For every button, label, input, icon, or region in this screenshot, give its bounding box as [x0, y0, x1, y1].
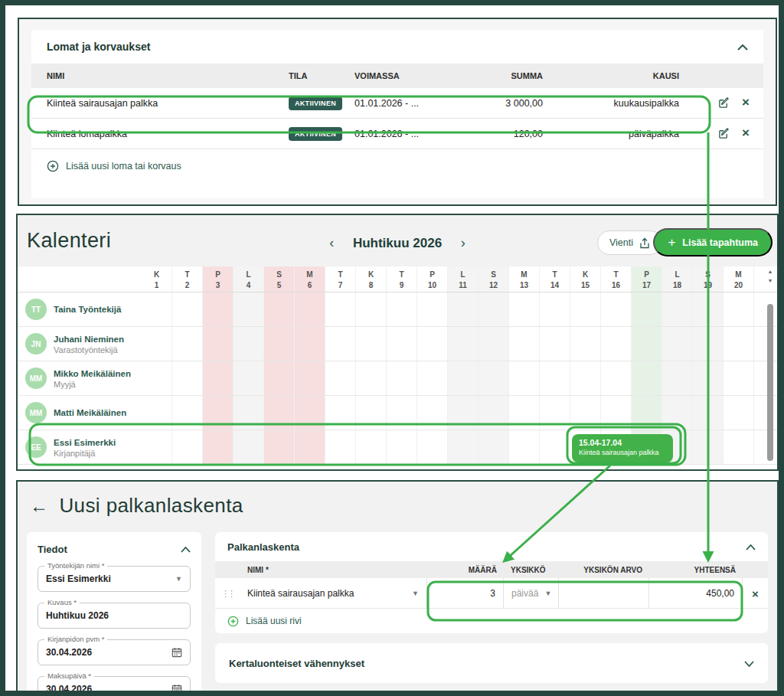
calendar-event-badge[interactable]: 15.04-17.04 Kiinteä sairausajan palkka — [572, 434, 673, 462]
day-cell[interactable] — [142, 396, 172, 430]
unit-select[interactable]: päivää ▼ — [503, 578, 558, 609]
day-header-cell[interactable]: S12 — [479, 266, 509, 292]
day-cell[interactable] — [325, 396, 356, 430]
edit-icon[interactable] — [718, 97, 730, 111]
day-cell[interactable] — [142, 292, 172, 326]
day-cell[interactable] — [203, 430, 234, 464]
table-row[interactable]: Kiinteä lomapalkkaAKTIIVINEN01.01.2026 -… — [31, 119, 763, 149]
employee-name-cell[interactable]: MMMikko MeikäläinenMyyjä — [18, 361, 142, 395]
day-cell[interactable] — [356, 430, 387, 464]
collapse-chevron-up-icon[interactable] — [746, 540, 756, 554]
day-cell[interactable] — [387, 396, 417, 430]
day-cell[interactable] — [142, 327, 172, 361]
day-cell[interactable] — [570, 327, 601, 361]
day-cell[interactable] — [632, 292, 662, 326]
employee-name-cell[interactable]: TTTaina Työntekijä — [18, 292, 142, 326]
day-cell[interactable] — [662, 396, 693, 430]
add-event-button[interactable]: + Lisää tapahtuma — [653, 228, 773, 257]
day-header-cell[interactable]: S5 — [264, 266, 295, 292]
day-cell[interactable] — [387, 292, 417, 326]
day-cell[interactable] — [295, 430, 325, 464]
day-cell[interactable] — [203, 361, 234, 395]
day-header-cell[interactable]: L11 — [448, 266, 479, 292]
day-cell[interactable] — [662, 361, 693, 395]
day-cell[interactable] — [356, 396, 387, 430]
day-cell[interactable] — [724, 430, 754, 464]
day-cell[interactable] — [632, 361, 662, 395]
remove-row-icon[interactable]: × — [742, 578, 768, 609]
day-cell[interactable] — [724, 327, 754, 361]
day-cell[interactable] — [540, 327, 570, 361]
day-cell[interactable] — [264, 430, 295, 464]
expand-chevron-down-icon[interactable] — [744, 656, 754, 670]
day-cell[interactable] — [295, 292, 325, 326]
day-cell[interactable] — [295, 361, 325, 395]
day-header-cell[interactable]: K1 — [142, 266, 172, 292]
day-cell[interactable] — [387, 430, 417, 464]
delete-icon[interactable]: × — [742, 126, 750, 140]
day-cell[interactable] — [417, 327, 448, 361]
calendar-icon[interactable] — [172, 684, 182, 693]
day-cell[interactable] — [509, 361, 540, 395]
day-cell[interactable] — [264, 292, 295, 326]
day-cell[interactable] — [479, 361, 509, 395]
day-cell[interactable] — [172, 430, 203, 464]
day-header-cell[interactable]: S19 — [693, 266, 724, 292]
day-cell[interactable] — [448, 396, 479, 430]
day-cell[interactable] — [693, 361, 724, 395]
day-cell[interactable] — [387, 361, 417, 395]
day-cell[interactable] — [142, 430, 172, 464]
day-cell[interactable] — [295, 396, 325, 430]
day-cell[interactable] — [264, 361, 295, 395]
day-cell[interactable] — [724, 396, 754, 430]
chevron-down-icon[interactable]: ▼ — [175, 575, 182, 583]
day-cell[interactable] — [693, 396, 724, 430]
day-cell[interactable] — [540, 292, 570, 326]
day-cell[interactable] — [325, 430, 356, 464]
day-header-cell[interactable]: M20 — [724, 266, 754, 292]
scroll-down-icon[interactable]: ▼ — [766, 278, 775, 283]
day-cell[interactable] — [234, 292, 264, 326]
day-cell[interactable] — [509, 396, 540, 430]
day-cell[interactable] — [448, 361, 479, 395]
form-field[interactable]: Kuvaus *Huhtikuu 2026 — [38, 603, 191, 629]
form-field[interactable]: Työntekijän nimi *Essi Esimerkki▼ — [38, 566, 191, 592]
day-cell[interactable] — [234, 361, 264, 395]
day-cell[interactable] — [662, 292, 693, 326]
day-header-cell[interactable]: P3 — [203, 266, 234, 292]
day-cell[interactable] — [509, 430, 540, 464]
day-header-cell[interactable]: M6 — [295, 266, 325, 292]
day-cell[interactable] — [479, 292, 509, 326]
day-cell[interactable] — [172, 361, 203, 395]
day-header-cell[interactable]: T2 — [172, 266, 203, 292]
day-cell[interactable] — [356, 361, 387, 395]
day-cell[interactable] — [264, 327, 295, 361]
day-header-cell[interactable]: T7 — [325, 266, 356, 292]
employee-name-cell[interactable]: MMMatti Meikäläinen — [18, 396, 142, 430]
day-cell[interactable] — [479, 396, 509, 430]
day-cell[interactable] — [172, 327, 203, 361]
day-cell[interactable] — [203, 396, 234, 430]
day-cell[interactable] — [417, 361, 448, 395]
employee-name-cell[interactable]: JNJuhani NieminenVarastotyöntekijä — [18, 327, 142, 361]
employee-name-cell[interactable]: EEEssi EsimerkkiKirjanpitäjä — [18, 430, 142, 464]
day-cell[interactable] — [724, 361, 754, 395]
day-cell[interactable] — [356, 292, 387, 326]
day-cell[interactable] — [417, 396, 448, 430]
day-cell[interactable] — [662, 327, 693, 361]
day-cell[interactable] — [325, 292, 356, 326]
day-cell[interactable] — [448, 327, 479, 361]
day-header-cell[interactable]: P17 — [632, 266, 662, 292]
day-cell[interactable] — [479, 430, 509, 464]
day-cell[interactable] — [417, 292, 448, 326]
day-header-cell[interactable]: L18 — [662, 266, 693, 292]
prev-month-button[interactable]: ‹ — [329, 235, 334, 250]
day-cell[interactable] — [601, 361, 632, 395]
back-arrow[interactable]: ← — [30, 495, 48, 517]
day-cell[interactable] — [172, 292, 203, 326]
day-cell[interactable] — [264, 396, 295, 430]
export-button[interactable]: Vienti — [597, 230, 662, 255]
day-cell[interactable] — [172, 396, 203, 430]
next-month-button[interactable]: › — [461, 235, 466, 250]
add-row-link[interactable]: Lisää uusi rivi — [215, 609, 768, 633]
